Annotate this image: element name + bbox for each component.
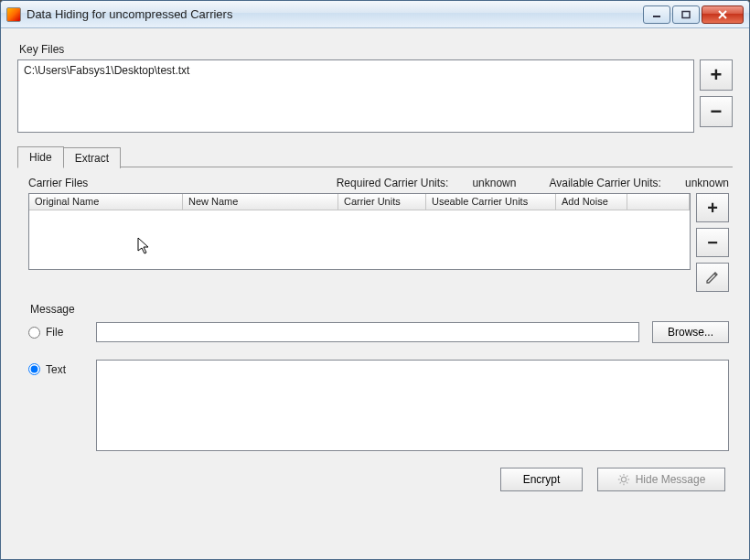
- bottom-buttons: Encrypt Hide Message: [28, 468, 729, 491]
- carrier-buttons: + −: [696, 193, 729, 292]
- message-label: Message: [30, 303, 729, 316]
- carrier-remove-button[interactable]: −: [696, 228, 729, 257]
- client-area: Key Files C:\Users\Fabsys1\Desktop\test.…: [1, 28, 749, 559]
- tab-hide[interactable]: Hide: [17, 146, 64, 168]
- carrier-row: Original Name New Name Carrier Units Use…: [28, 193, 729, 292]
- tabs: Hide Extract: [17, 145, 733, 167]
- keyfiles-item[interactable]: C:\Users\Fabsys1\Desktop\test.txt: [24, 64, 688, 77]
- message-textarea[interactable]: [96, 360, 729, 451]
- text-radio-label: Text: [46, 363, 66, 376]
- carrier-edit-button[interactable]: [696, 263, 729, 292]
- hide-message-button[interactable]: Hide Message: [597, 468, 725, 491]
- tab-body-hide: Carrier Files Required Carrier Units: un…: [17, 167, 733, 495]
- app-icon: [6, 7, 21, 22]
- text-radio[interactable]: Text: [28, 360, 83, 451]
- keyfiles-remove-button[interactable]: −: [700, 96, 733, 127]
- minus-icon: −: [711, 100, 723, 124]
- svg-line-11: [619, 482, 620, 483]
- col-add-noise[interactable]: Add Noise: [556, 194, 627, 210]
- carrierfiles-label: Carrier Files: [28, 177, 88, 189]
- col-spare: [627, 194, 690, 210]
- minus-icon: −: [707, 232, 718, 253]
- keyfiles-buttons: + −: [700, 59, 733, 133]
- file-radio-input[interactable]: [28, 327, 40, 339]
- app-window: Data Hiding for uncompressed Carriers Ke…: [0, 0, 750, 560]
- required-units-label: Required Carrier Units:: [337, 177, 449, 189]
- tab-extract[interactable]: Extract: [63, 147, 121, 168]
- carrier-header: Carrier Files Required Carrier Units: un…: [28, 177, 729, 189]
- browse-button[interactable]: Browse...: [652, 321, 729, 343]
- minimize-button[interactable]: [643, 5, 670, 24]
- available-units-label: Available Carrier Units:: [549, 177, 661, 189]
- keyfiles-label: Key Files: [19, 43, 733, 56]
- keyfiles-list[interactable]: C:\Users\Fabsys1\Desktop\test.txt: [17, 59, 694, 133]
- file-radio[interactable]: File: [28, 326, 83, 339]
- plus-icon: +: [711, 63, 723, 87]
- col-original-name[interactable]: Original Name: [29, 194, 183, 210]
- pencil-icon: [705, 270, 720, 285]
- required-units-value: unknown: [472, 177, 516, 189]
- available-units-value: unknown: [685, 177, 729, 189]
- svg-rect-1: [682, 11, 690, 17]
- carrier-add-button[interactable]: +: [696, 193, 729, 222]
- col-useable-units[interactable]: Useable Carrier Units: [426, 194, 556, 210]
- message-text-row: Text: [28, 360, 729, 451]
- svg-line-10: [627, 482, 627, 483]
- svg-line-12: [627, 476, 627, 477]
- hide-message-label: Hide Message: [636, 473, 706, 486]
- message-file-row: File Browse...: [28, 321, 729, 343]
- text-radio-input[interactable]: [28, 363, 40, 375]
- message-file-input[interactable]: [96, 322, 639, 342]
- window-controls: [641, 5, 744, 24]
- close-button[interactable]: [702, 5, 744, 24]
- encrypt-button[interactable]: Encrypt: [500, 468, 583, 491]
- col-carrier-units[interactable]: Carrier Units: [338, 194, 426, 210]
- maximize-button[interactable]: [672, 5, 700, 24]
- titlebar[interactable]: Data Hiding for uncompressed Carriers: [1, 1, 749, 28]
- plus-icon: +: [707, 198, 718, 219]
- carrier-grid-header: Original Name New Name Carrier Units Use…: [29, 194, 690, 210]
- window-title: Data Hiding for uncompressed Carriers: [27, 7, 641, 21]
- sun-icon: [617, 473, 630, 486]
- file-radio-label: File: [46, 326, 63, 339]
- keyfiles-row: C:\Users\Fabsys1\Desktop\test.txt + −: [17, 59, 733, 133]
- message-section: Message File Browse... Text: [28, 303, 729, 451]
- carrier-grid[interactable]: Original Name New Name Carrier Units Use…: [28, 193, 691, 270]
- keyfiles-add-button[interactable]: +: [700, 59, 733, 91]
- svg-line-9: [619, 476, 620, 477]
- col-new-name[interactable]: New Name: [183, 194, 338, 210]
- svg-point-4: [621, 477, 626, 481]
